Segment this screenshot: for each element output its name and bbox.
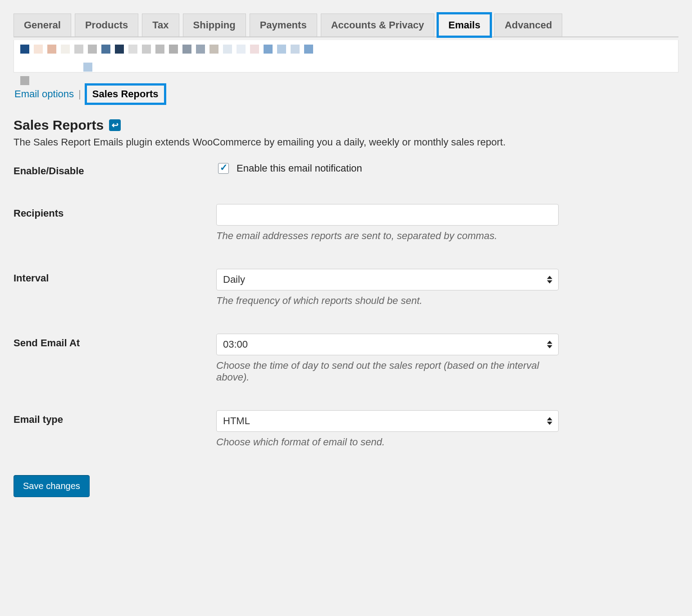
redacted-pixel [155, 45, 164, 54]
redacted-pixel [291, 45, 300, 54]
redacted-pixel [128, 45, 137, 54]
redacted-pixel [209, 45, 219, 54]
redacted-pixel [88, 45, 97, 54]
enable-checkbox-label: Enable this email notification [237, 163, 362, 174]
redacted-pixel [277, 45, 286, 54]
redacted-pixel [182, 45, 191, 54]
redacted-pixel [223, 45, 232, 54]
email-subnav: Email options | Sales Reports [14, 83, 678, 105]
recipients-desc: The email addresses reports are sent to,… [216, 230, 563, 242]
tab-tax[interactable]: Tax [142, 14, 179, 36]
row-send-at: Send Email At 03:00 Choose the time of d… [14, 334, 678, 383]
tab-emails[interactable]: Emails [438, 14, 491, 36]
subnav-separator: | [78, 88, 81, 100]
page-title: Sales Reports ↩ [14, 118, 678, 133]
back-icon[interactable]: ↩ [109, 119, 121, 131]
redacted-pixel [101, 45, 110, 54]
recipients-input[interactable] [216, 204, 559, 226]
redacted-pixel [47, 45, 56, 54]
redacted-pixel [83, 63, 92, 72]
redacted-pixel [20, 45, 29, 54]
tab-payments[interactable]: Payments [250, 14, 317, 36]
redacted-pixel [142, 45, 151, 54]
redacted-pixel [264, 45, 273, 54]
save-button[interactable]: Save changes [14, 475, 90, 497]
send-at-desc: Choose the time of day to send out the s… [216, 360, 563, 383]
interval-desc: The frequency of which reports should be… [216, 295, 563, 307]
redacted-pixel [20, 76, 29, 85]
label-recipients: Recipients [14, 204, 216, 219]
subnav-email-options[interactable]: Email options [14, 86, 75, 102]
redacted-pixel [34, 45, 43, 54]
settings-tabs: General Products Tax Shipping Payments A… [14, 14, 678, 37]
redacted-pixel [304, 45, 313, 54]
subnav-sales-reports[interactable]: Sales Reports [85, 83, 166, 105]
redacted-toolbar [14, 40, 678, 72]
tab-products[interactable]: Products [75, 14, 138, 36]
redacted-pixel [196, 45, 205, 54]
redacted-pixel [169, 45, 178, 54]
label-interval: Interval [14, 269, 216, 284]
label-send-at: Send Email At [14, 334, 216, 349]
send-at-select[interactable]: 03:00 [216, 334, 559, 355]
redacted-pixel [61, 45, 70, 54]
row-interval: Interval Daily The frequency of which re… [14, 269, 678, 307]
redacted-pixel [115, 45, 124, 54]
label-email-type: Email type [14, 410, 216, 426]
redacted-pixel [74, 45, 83, 54]
tab-general[interactable]: General [14, 14, 71, 36]
redacted-pixel [250, 45, 259, 54]
enable-checkbox[interactable] [218, 163, 229, 174]
tab-accounts[interactable]: Accounts & Privacy [321, 14, 435, 36]
redacted-pixel [237, 45, 246, 54]
page-intro: The Sales Report Emails plugin extends W… [14, 136, 678, 148]
email-type-desc: Choose which format of email to send. [216, 436, 563, 448]
email-type-select[interactable]: HTML [216, 410, 559, 432]
tab-advanced[interactable]: Advanced [494, 14, 562, 36]
row-recipients: Recipients The email addresses reports a… [14, 204, 678, 242]
interval-select[interactable]: Daily [216, 269, 559, 290]
row-enable: Enable/Disable Enable this email notific… [14, 162, 678, 177]
row-email-type: Email type HTML Choose which format of e… [14, 410, 678, 448]
label-enable: Enable/Disable [14, 162, 216, 177]
page-title-text: Sales Reports [14, 118, 104, 133]
tab-shipping[interactable]: Shipping [183, 14, 246, 36]
